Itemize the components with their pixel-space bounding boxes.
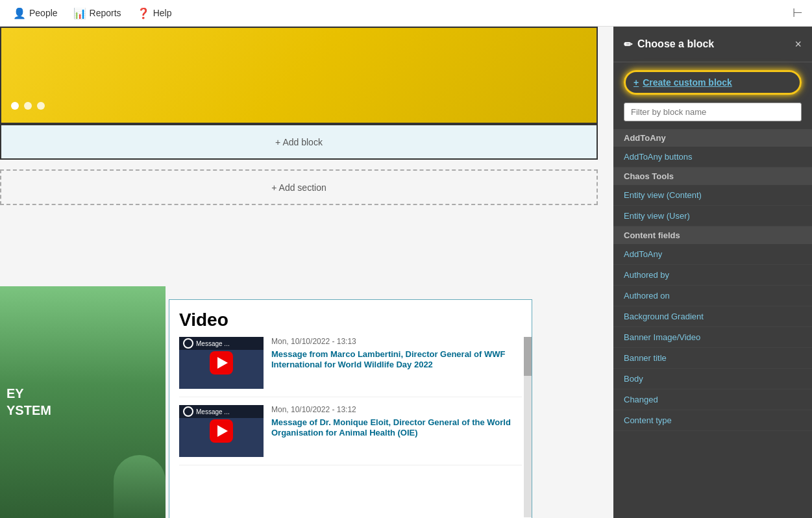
video-content-box: Video Message ... Mon, 10/10/2022 xyxy=(169,299,532,518)
block-item-banner-title[interactable]: Banner title xyxy=(613,348,812,369)
add-block-label: + Add block xyxy=(275,137,323,147)
block-item-banner-image-video[interactable]: Banner Image/Video xyxy=(613,327,812,348)
reports-icon: 📊 xyxy=(73,7,86,19)
carousel-dot-2[interactable] xyxy=(24,102,32,110)
video-info-1: Mon, 10/10/2022 - 13:13 Message from Mar… xyxy=(271,337,522,389)
main-area: + Add block + Add section EY YSTEM Video xyxy=(0,27,812,518)
video-date-2: Mon, 10/10/2022 - 13:12 xyxy=(271,405,522,414)
add-section-area[interactable]: + Add section xyxy=(0,169,598,205)
nav-reports[interactable]: 📊 Reports xyxy=(66,0,129,26)
create-custom-block-button[interactable]: + Create custom block xyxy=(624,70,802,95)
tree-decoration xyxy=(114,455,166,518)
left-text-line1: EY xyxy=(6,385,51,402)
block-list: AddToAnyAddToAny buttonsChaos ToolsEntit… xyxy=(613,129,812,518)
add-section-label: + Add section xyxy=(271,182,326,193)
video-thumb-1[interactable]: Message ... xyxy=(179,337,264,389)
people-icon: 👤 xyxy=(13,7,26,19)
video-list: Message ... Mon, 10/10/2022 - 13:13 Mess… xyxy=(169,337,532,517)
video-thumb-title-1: Message ... xyxy=(196,340,230,347)
block-category-addtoany: AddToAny xyxy=(613,129,812,147)
play-button-1[interactable] xyxy=(210,351,233,375)
play-triangle-1 xyxy=(217,357,228,369)
block-item-authored-by[interactable]: Authored by xyxy=(613,265,812,286)
yellow-banner xyxy=(0,27,598,124)
play-triangle-2 xyxy=(217,425,228,437)
video-thumb-overlay-1: Message ... xyxy=(179,337,264,350)
filter-block-input[interactable] xyxy=(624,103,802,121)
video-item-1: Message ... Mon, 10/10/2022 - 13:13 Mess… xyxy=(179,337,522,397)
scroll-thumb[interactable] xyxy=(524,337,532,376)
block-item-entity-view--user-[interactable]: Entity view (User) xyxy=(613,206,812,227)
play-button-2[interactable] xyxy=(210,419,233,443)
video-link-2[interactable]: Message of Dr. Monique Eloit, Director G… xyxy=(271,417,511,438)
carousel-dots xyxy=(11,102,45,110)
scroll-track[interactable] xyxy=(524,337,532,517)
block-item-addtoany[interactable]: AddToAny xyxy=(613,244,812,265)
left-text-line2: YSTEM xyxy=(6,402,51,419)
left-image-text: EY YSTEM xyxy=(6,385,51,419)
block-item-changed[interactable]: Changed xyxy=(613,389,812,410)
globe-icon-2 xyxy=(183,406,193,417)
create-custom-plus-icon: + xyxy=(634,77,639,88)
carousel-dot-3[interactable] xyxy=(37,102,45,110)
nav-collapse-button[interactable]: ⊢ xyxy=(789,4,807,22)
block-item-entity-view--content-[interactable]: Entity view (Content) xyxy=(613,185,812,206)
top-nav: 👤 People 📊 Reports ❓ Help ⊢ xyxy=(0,0,812,27)
carousel-dot-1[interactable] xyxy=(11,102,19,110)
add-block-area[interactable]: + Add block xyxy=(0,124,598,160)
help-icon: ❓ xyxy=(137,7,150,19)
panel-title: ✏ Choose a block xyxy=(624,38,714,51)
left-image-bg: EY YSTEM xyxy=(0,286,166,518)
nav-people[interactable]: 👤 People xyxy=(5,0,66,26)
block-item-authored-on[interactable]: Authored on xyxy=(613,286,812,306)
video-thumb-2[interactable]: Message ... xyxy=(179,405,264,457)
video-date-1: Mon, 10/10/2022 - 13:13 xyxy=(271,337,522,346)
create-custom-label: Create custom block xyxy=(643,77,732,88)
nav-help[interactable]: ❓ Help xyxy=(129,0,180,26)
video-section-title: Video xyxy=(169,300,532,337)
block-item-addtoany-buttons[interactable]: AddToAny buttons xyxy=(613,147,812,167)
block-category-chaos-tools: Chaos Tools xyxy=(613,167,812,185)
nav-help-label: Help xyxy=(153,8,172,18)
panel-header: ✏ Choose a block × xyxy=(613,27,812,62)
page-content: + Add block + Add section EY YSTEM Video xyxy=(0,27,613,518)
panel-close-button[interactable]: × xyxy=(794,38,802,50)
pencil-icon: ✏ xyxy=(624,38,632,51)
panel-title-text: Choose a block xyxy=(637,38,714,50)
block-item-background-gradient[interactable]: Background Gradient xyxy=(613,306,812,327)
block-category-content-fields: Content fields xyxy=(613,227,812,244)
video-link-1[interactable]: Message from Marco Lambertini, Director … xyxy=(271,349,505,369)
video-thumb-title-2: Message ... xyxy=(196,408,230,415)
nav-people-label: People xyxy=(29,8,58,18)
nav-reports-label: Reports xyxy=(90,8,121,18)
globe-icon-1 xyxy=(183,338,193,349)
video-thumb-overlay-2: Message ... xyxy=(179,405,264,418)
right-panel: ✏ Choose a block × + Create custom block… xyxy=(613,27,812,518)
left-image-panel: EY YSTEM xyxy=(0,286,166,518)
block-item-body[interactable]: Body xyxy=(613,369,812,389)
block-item-content-type[interactable]: Content type xyxy=(613,410,812,431)
video-item-2: Message ... Mon, 10/10/2022 - 13:12 Mess… xyxy=(179,405,522,465)
video-info-2: Mon, 10/10/2022 - 13:12 Message of Dr. M… xyxy=(271,405,522,457)
